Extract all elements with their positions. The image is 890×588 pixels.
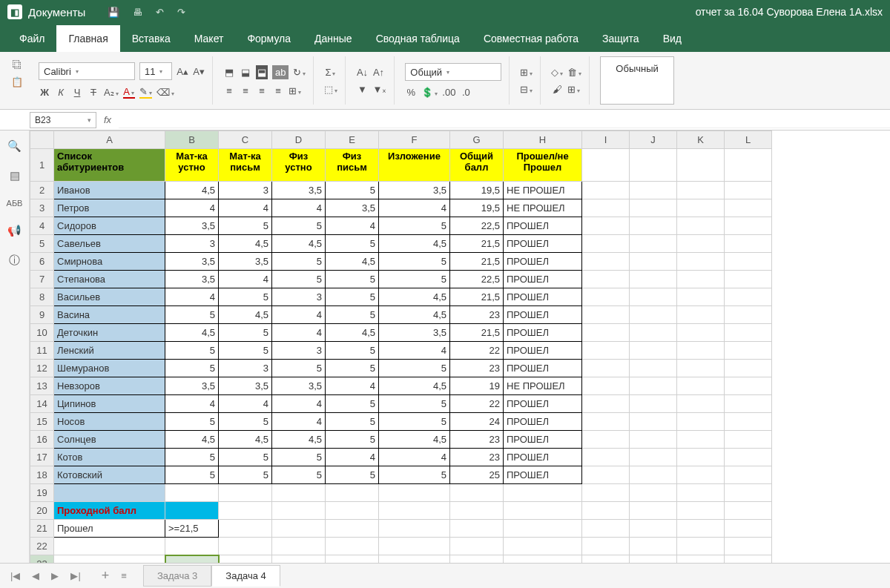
filter-icon[interactable]: ▼ bbox=[356, 84, 368, 95]
fill-color-icon[interactable]: 🗑▾ bbox=[567, 67, 581, 78]
eraser-icon[interactable]: ◇▾ bbox=[551, 67, 563, 78]
col-header[interactable]: I bbox=[582, 131, 630, 149]
orientation-icon[interactable]: ↻▾ bbox=[293, 67, 306, 78]
spellcheck-icon[interactable]: АБВ bbox=[7, 199, 23, 208]
filter-clear-icon[interactable]: ▼ₓ bbox=[372, 84, 386, 95]
row-header[interactable]: 13 bbox=[30, 377, 54, 395]
spreadsheet-grid[interactable]: ABCDEFGHIJKL1СписокабитуриентовМат-кауст… bbox=[30, 131, 890, 563]
menu-Вид[interactable]: Вид bbox=[651, 25, 693, 52]
row-header[interactable]: 11 bbox=[30, 342, 54, 360]
menu-Вставка[interactable]: Вставка bbox=[120, 25, 182, 52]
row-header[interactable]: 17 bbox=[30, 449, 54, 466]
row-header[interactable]: 14 bbox=[30, 395, 54, 413]
next-sheet-icon[interactable]: ▶ bbox=[48, 570, 62, 581]
paste-icon[interactable]: 📋 bbox=[6, 76, 28, 87]
redo-icon[interactable]: ↷ bbox=[177, 7, 185, 18]
font-color-button[interactable]: A▾ bbox=[123, 86, 135, 99]
format-painter-icon[interactable]: 🖌 bbox=[551, 84, 563, 95]
row-header[interactable]: 1 bbox=[30, 149, 54, 182]
sort-asc-icon[interactable]: A↓ bbox=[356, 67, 368, 78]
strike-button[interactable]: Ŧ bbox=[88, 87, 99, 98]
row-header[interactable]: 18 bbox=[30, 466, 54, 484]
align-bottom-icon[interactable]: ⬓ bbox=[256, 65, 268, 79]
row-header[interactable]: 15 bbox=[30, 413, 54, 431]
row-header[interactable]: 7 bbox=[30, 271, 54, 288]
col-header[interactable]: A bbox=[54, 131, 165, 149]
delete-cells-icon[interactable]: ⊟▾ bbox=[520, 84, 533, 95]
feedback-icon[interactable]: 📢 bbox=[7, 224, 22, 237]
row-header[interactable]: 16 bbox=[30, 431, 54, 449]
first-sheet-icon[interactable]: |◀ bbox=[7, 570, 23, 581]
undo-icon[interactable]: ↶ bbox=[156, 7, 164, 18]
wrap-text-icon[interactable]: ab bbox=[272, 65, 289, 79]
menu-Совместная работа[interactable]: Совместная работа bbox=[472, 25, 590, 52]
highlight-button[interactable]: ✎▾ bbox=[139, 86, 152, 99]
row-header[interactable]: 5 bbox=[30, 235, 54, 253]
menu-Формула[interactable]: Формула bbox=[235, 25, 303, 52]
align-left-icon[interactable]: ≡ bbox=[223, 85, 235, 96]
bold-button[interactable]: Ж bbox=[39, 87, 50, 98]
sum-icon[interactable]: Σ▾ bbox=[324, 67, 336, 78]
increase-font-icon[interactable]: A▴ bbox=[177, 66, 188, 77]
number-format-select[interactable]: Общий▾ bbox=[405, 63, 501, 81]
col-header[interactable]: F bbox=[379, 131, 450, 149]
dec-decimal-icon[interactable]: .0 bbox=[460, 87, 472, 98]
sort-desc-icon[interactable]: A↑ bbox=[372, 67, 384, 78]
align-top-icon[interactable]: ⬒ bbox=[223, 67, 235, 78]
menu-Данные[interactable]: Данные bbox=[303, 25, 364, 52]
row-header[interactable]: 10 bbox=[30, 324, 54, 342]
last-sheet-icon[interactable]: ▶| bbox=[67, 570, 83, 581]
cell-style-box[interactable]: Обычный bbox=[600, 56, 673, 105]
align-center-icon[interactable]: ≡ bbox=[240, 85, 251, 96]
italic-button[interactable]: К bbox=[55, 87, 67, 98]
col-header[interactable]: G bbox=[450, 131, 504, 149]
row-header[interactable]: 9 bbox=[30, 306, 54, 324]
copy-icon[interactable]: ⿻ bbox=[6, 59, 28, 70]
font-name-select[interactable]: Calibri▾ bbox=[39, 62, 135, 80]
sheet-list-icon[interactable]: ≡ bbox=[118, 570, 130, 581]
menu-Главная[interactable]: Главная bbox=[56, 25, 119, 52]
currency-button[interactable]: 💲▾ bbox=[421, 87, 438, 98]
decrease-font-icon[interactable]: A▾ bbox=[193, 66, 205, 77]
sheet-tab[interactable]: Задача 3 bbox=[143, 565, 211, 587]
col-header[interactable]: C bbox=[219, 131, 272, 149]
menu-Защита[interactable]: Защита bbox=[590, 25, 651, 52]
align-justify-icon[interactable]: ≡ bbox=[272, 85, 284, 96]
comments-icon[interactable]: ▤ bbox=[10, 169, 20, 182]
row-header[interactable]: 3 bbox=[30, 199, 54, 217]
font-size-select[interactable]: 11▾ bbox=[139, 62, 172, 80]
col-header[interactable]: H bbox=[504, 131, 582, 149]
menu-Сводная таблица[interactable]: Сводная таблица bbox=[364, 25, 472, 52]
row-header[interactable]: 8 bbox=[30, 288, 54, 306]
row-header[interactable]: 12 bbox=[30, 360, 54, 377]
insert-cells-icon[interactable]: ⊞▾ bbox=[520, 67, 533, 78]
subscript-button[interactable]: A₂▾ bbox=[104, 87, 119, 98]
col-header[interactable]: D bbox=[272, 131, 326, 149]
underline-button[interactable]: Ч bbox=[71, 87, 83, 98]
search-icon[interactable]: 🔍 bbox=[7, 139, 22, 153]
insert-link-icon[interactable]: ⬚▾ bbox=[324, 84, 337, 95]
row-header[interactable]: 2 bbox=[30, 182, 54, 199]
col-header[interactable]: J bbox=[630, 131, 677, 149]
print-icon[interactable]: 🖶 bbox=[133, 7, 142, 18]
prev-sheet-icon[interactable]: ◀ bbox=[29, 570, 42, 581]
align-middle-icon[interactable]: ⬓ bbox=[240, 67, 251, 78]
add-sheet-icon[interactable]: + bbox=[99, 568, 113, 584]
clear-format-button[interactable]: ⌫▾ bbox=[156, 87, 174, 98]
col-header[interactable]: K bbox=[677, 131, 725, 149]
save-icon[interactable]: 💾 bbox=[108, 7, 119, 18]
col-header[interactable]: L bbox=[725, 131, 772, 149]
fx-icon[interactable]: fx bbox=[104, 114, 111, 125]
col-header[interactable]: B bbox=[165, 131, 219, 149]
align-right-icon[interactable]: ≡ bbox=[256, 85, 268, 96]
merge-cells-icon[interactable]: ⊞▾ bbox=[289, 85, 301, 96]
row-header[interactable]: 6 bbox=[30, 253, 54, 271]
menu-Макет[interactable]: Макет bbox=[182, 25, 236, 52]
info-icon[interactable]: ⓘ bbox=[9, 254, 20, 268]
cell-reference-input[interactable]: B23 bbox=[30, 112, 96, 128]
borders-icon[interactable]: ⊞▾ bbox=[567, 84, 580, 95]
percent-button[interactable]: % bbox=[405, 87, 417, 98]
menu-Файл[interactable]: Файл bbox=[7, 25, 56, 52]
sheet-tab[interactable]: Задача 4 bbox=[211, 565, 280, 587]
row-header[interactable]: 4 bbox=[30, 217, 54, 235]
